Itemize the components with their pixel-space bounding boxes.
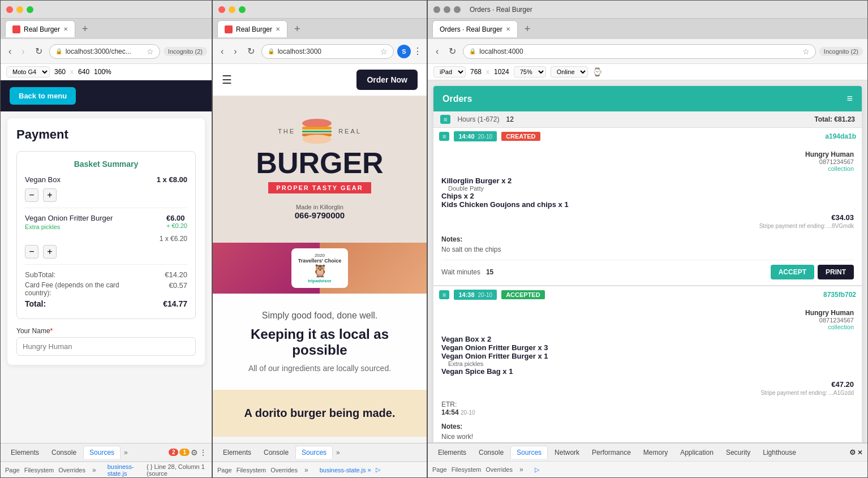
profile-badge-2[interactable]: S — [397, 45, 411, 58]
bookmark-btn-1[interactable]: ☆ — [147, 47, 154, 56]
hamburger-btn[interactable]: ☰ — [222, 73, 232, 87]
filesystem-tab-1[interactable]: Filesystem — [24, 467, 54, 473]
run-icon-3[interactable]: ▷ — [535, 466, 539, 473]
overrides-tab-3[interactable]: Overrides — [485, 466, 513, 473]
qty-minus-1[interactable]: − — [25, 188, 38, 202]
devtool-console-3[interactable]: Console — [473, 446, 509, 459]
devtool-sources-2[interactable]: Sources — [295, 446, 333, 459]
tab-close-1[interactable]: ✕ — [63, 26, 68, 32]
menu-dots-2[interactable]: ⋮ — [413, 46, 422, 57]
close-btn-3[interactable] — [433, 6, 440, 13]
more-tabs-2[interactable]: » — [302, 464, 311, 476]
devtool-security-3[interactable]: Security — [720, 446, 756, 459]
file-name-1[interactable]: business-state.js — [108, 463, 142, 477]
max-btn-2[interactable] — [239, 6, 246, 13]
filesystem-tab-2[interactable]: Filesystem — [237, 467, 267, 473]
min-btn-2[interactable] — [229, 6, 235, 13]
devtools-bottom-1: Page Filesystem Overrides » business-sta… — [1, 462, 212, 477]
tab-real-burger-2[interactable]: Real Burger ✕ — [217, 20, 287, 37]
close-btn-2[interactable] — [218, 6, 225, 13]
address-bar-3[interactable]: 🔒 localhost:4000 ☆ — [463, 44, 816, 59]
overrides-tab-1[interactable]: Overrides — [58, 467, 85, 473]
order-menu-icon-2[interactable]: ≡ — [439, 290, 449, 299]
device-select-3[interactable]: iPad — [433, 66, 466, 77]
settings-icon-3[interactable]: ⚙ — [849, 448, 856, 457]
hero-logo-row: THE REAL — [278, 119, 362, 144]
page-tab-2[interactable]: Page — [217, 467, 232, 473]
devtool-elements-2[interactable]: Elements — [217, 446, 257, 459]
order-menu-icon-1[interactable]: ≡ — [439, 132, 449, 141]
settings-icon-1[interactable]: ⚙ — [191, 448, 198, 457]
bookmark-btn-2[interactable]: ☆ — [380, 47, 388, 56]
basket-summary-title: Basket Summary — [25, 160, 187, 169]
max-btn-1[interactable] — [27, 6, 33, 13]
accept-btn-1[interactable]: ACCEPT — [771, 265, 814, 279]
page-tab-3[interactable]: Page — [432, 466, 447, 473]
filesystem-tab-3[interactable]: Filesystem — [452, 466, 482, 473]
forward-btn-nav-1[interactable]: › — [18, 44, 28, 59]
devtools-more-2[interactable]: » — [334, 446, 342, 459]
devtool-elements-1[interactable]: Elements — [5, 446, 45, 459]
filter-icon[interactable]: ≡ — [440, 115, 450, 124]
max-btn-3[interactable] — [454, 6, 461, 13]
devtool-console-1[interactable]: Console — [46, 446, 82, 459]
print-btn-1[interactable]: PRINT — [818, 265, 854, 279]
devtools-more-1[interactable]: » — [122, 446, 130, 459]
devtool-sources-1[interactable]: Sources — [83, 446, 121, 459]
address-bar-2[interactable]: 🔒 localhost:3000 ☆ — [261, 44, 394, 59]
tab-close-3[interactable]: ✕ — [506, 26, 510, 32]
orders-menu-btn[interactable]: ≡ — [846, 93, 853, 105]
devtool-console-2[interactable]: Console — [258, 446, 294, 459]
qty-controls-1: − + — [25, 188, 187, 202]
new-tab-btn-3[interactable]: + — [520, 23, 535, 35]
close-icon-3[interactable]: ✕ — [857, 449, 863, 457]
devtool-lighthouse-3[interactable]: Lighthouse — [757, 446, 802, 459]
order-id-1: a194da1b — [825, 132, 856, 140]
min-btn-1[interactable] — [16, 6, 23, 13]
watch-icon-3[interactable]: ⌚ — [592, 67, 602, 76]
more-tabs-1[interactable]: » — [90, 464, 98, 476]
forward-btn-nav-2[interactable]: › — [230, 44, 240, 59]
devtool-memory-3[interactable]: Memory — [638, 446, 673, 459]
devtool-network-3[interactable]: Network — [549, 446, 585, 459]
reload-btn-1[interactable]: ↻ — [32, 44, 46, 59]
qty-plus-2[interactable]: + — [43, 245, 57, 259]
page-tab-1[interactable]: Page — [5, 467, 20, 473]
min-btn-3[interactable] — [444, 6, 450, 13]
file-name-2[interactable]: business-state.js × — [320, 467, 371, 473]
zoom-select-3[interactable]: 75% — [514, 66, 546, 77]
devtool-application-3[interactable]: Application — [674, 446, 719, 459]
ta-owl-icon: 🦉 — [298, 264, 342, 278]
burger-page-content: ☰ Order Now THE REAL BURGE — [213, 64, 427, 443]
reload-btn-3[interactable]: ↻ — [445, 44, 459, 59]
item-main-1-1: Killorglin Burger x 2 — [441, 176, 854, 185]
item-price-1: 1 x €8.00 — [157, 175, 187, 184]
devtool-elements-3[interactable]: Elements — [432, 446, 472, 459]
network-select-3[interactable]: Online — [551, 66, 588, 77]
new-tab-btn-1[interactable]: + — [78, 23, 93, 35]
reload-btn-2[interactable]: ↻ — [244, 44, 258, 59]
order-now-btn[interactable]: Order Now — [356, 70, 418, 90]
devtool-sources-3[interactable]: Sources — [510, 446, 548, 459]
item-modifier-2: Extra pickles — [25, 223, 113, 230]
devtool-performance-3[interactable]: Performance — [586, 446, 637, 459]
back-btn-nav-3[interactable]: ‹ — [432, 44, 442, 59]
address-bar-1[interactable]: 🔒 localhost:3000/chec... ☆ — [49, 44, 160, 59]
item-sub-1-1: Double Patty — [441, 185, 854, 192]
more-icon-1[interactable]: ⋮ — [199, 448, 207, 457]
name-input[interactable] — [16, 337, 196, 356]
bookmark-btn-3[interactable]: ☆ — [802, 47, 810, 56]
tab-close-2[interactable]: ✕ — [276, 26, 280, 32]
device-select-1[interactable]: Moto G4 — [6, 66, 50, 77]
tab-real-burger-1[interactable]: Real Burger ✕ — [5, 20, 75, 37]
back-btn-nav-2[interactable]: ‹ — [217, 44, 227, 59]
close-btn-1[interactable] — [6, 6, 13, 13]
back-btn-nav-1[interactable]: ‹ — [5, 44, 15, 59]
qty-plus-1[interactable]: + — [43, 188, 57, 202]
overrides-tab-2[interactable]: Overrides — [270, 467, 298, 473]
new-tab-btn-2[interactable]: + — [290, 23, 305, 35]
tab-orders-3[interactable]: Orders · Real Burger ✕ — [432, 20, 518, 37]
back-to-menu-btn[interactable]: Back to menu — [10, 87, 76, 105]
qty-minus-2[interactable]: − — [25, 245, 38, 259]
more-tabs-3[interactable]: » — [517, 463, 526, 476]
